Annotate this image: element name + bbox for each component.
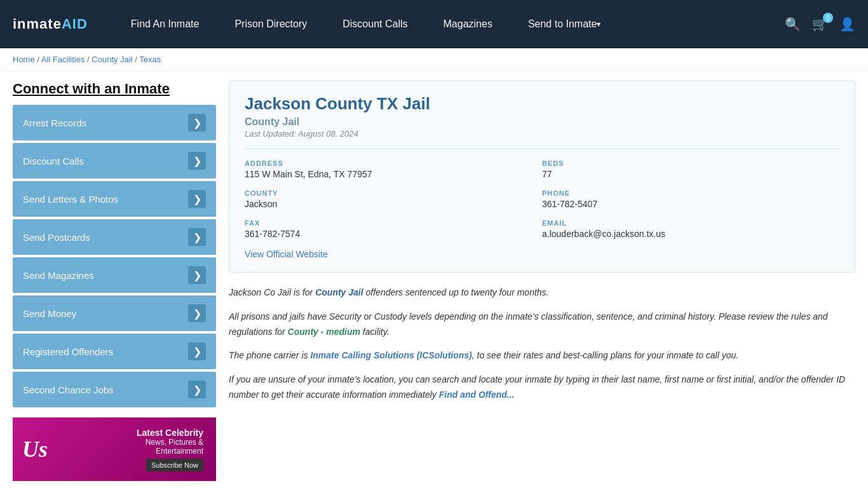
breadcrumb-home[interactable]: Home xyxy=(13,55,35,64)
email-block: EMAIL a.louderback@co.jackson.tx.us xyxy=(542,219,839,239)
logo[interactable]: inmateAID xyxy=(13,16,88,32)
sidebar: Connect with an Inmate Arrest Records ❯ … xyxy=(13,81,216,481)
phone-block: PHONE 361-782-5407 xyxy=(542,189,839,209)
arrow-icon: ❯ xyxy=(188,152,206,170)
sidebar-item-second-chance-jobs[interactable]: Second Chance Jobs ❯ xyxy=(13,372,216,407)
facility-card: Jackson County TX Jail County Jail Last … xyxy=(229,81,855,273)
arrow-icon: ❯ xyxy=(188,342,206,360)
phone-value: 361-782-5407 xyxy=(542,199,839,209)
sidebar-item-arrest-records[interactable]: Arrest Records ❯ xyxy=(13,105,216,140)
facility-updated: Last Updated: August 08, 2024 xyxy=(245,129,839,139)
phone-label: PHONE xyxy=(542,189,839,197)
arrow-icon: ❯ xyxy=(188,114,206,132)
nav-send-to-inmate[interactable]: Send to Inmate xyxy=(510,0,619,48)
nav-links: Find An Inmate Prison Directory Discount… xyxy=(113,0,785,48)
sidebar-item-send-letters[interactable]: Send Letters & Photos ❯ xyxy=(13,181,216,217)
sidebar-ad[interactable]: Us Latest Celebrity News, Pictures & Ent… xyxy=(13,417,216,481)
fax-label: FAX xyxy=(245,219,542,227)
ad-us-logo: Us xyxy=(22,436,48,463)
arrow-icon: ❯ xyxy=(188,228,206,246)
content-area: Jackson County TX Jail County Jail Last … xyxy=(229,81,855,481)
arrow-icon: ❯ xyxy=(188,266,206,284)
facility-name: Jackson County TX Jail xyxy=(245,94,839,114)
facility-details: ADDRESS 115 W Main St, Edna, TX 77957 BE… xyxy=(245,149,839,239)
email-value: a.louderback@co.jackson.tx.us xyxy=(542,229,839,239)
navbar: inmateAID Find An Inmate Prison Director… xyxy=(0,0,868,48)
sidebar-title: Connect with an Inmate xyxy=(13,81,216,97)
nav-discount-calls[interactable]: Discount Calls xyxy=(325,0,425,48)
address-block: ADDRESS 115 W Main St, Edna, TX 77957 xyxy=(245,159,542,179)
breadcrumb-county-jail[interactable]: County Jail xyxy=(92,55,132,64)
nav-prison-directory[interactable]: Prison Directory xyxy=(217,0,325,48)
cart-icon[interactable]: 🛒 0 xyxy=(812,17,828,32)
county-block: COUNTY Jackson xyxy=(245,189,542,209)
fax-value: 361-782-7574 xyxy=(245,229,542,239)
county-label: COUNTY xyxy=(245,189,542,197)
nav-find-inmate[interactable]: Find An Inmate xyxy=(113,0,217,48)
beds-label: BEDS xyxy=(542,159,839,167)
icsolutions-link[interactable]: Inmate Calling Solutions (ICSolutions) xyxy=(310,350,471,360)
user-icon[interactable]: 👤 xyxy=(839,17,855,32)
desc-para1: Jackson Co Jail is for County Jail offen… xyxy=(229,285,855,301)
nav-magazines[interactable]: Magazines xyxy=(426,0,510,48)
desc-para4: If you are unsure of your inmate’s locat… xyxy=(229,372,855,403)
logo-text: inmateAID xyxy=(13,16,88,32)
sidebar-item-registered-offenders[interactable]: Registered Offenders ❯ xyxy=(13,334,216,369)
arrow-icon: ❯ xyxy=(188,304,206,322)
find-offender-link[interactable]: Find and Offend... xyxy=(439,390,515,400)
cart-badge: 0 xyxy=(823,13,833,23)
beds-block: BEDS 77 xyxy=(542,159,839,179)
sidebar-item-send-postcards[interactable]: Send Postcards ❯ xyxy=(13,219,216,255)
arrow-icon: ❯ xyxy=(188,381,206,398)
view-website-link[interactable]: View Official Website xyxy=(245,249,328,259)
email-label: EMAIL xyxy=(542,219,839,227)
address-label: ADDRESS xyxy=(245,159,542,167)
sidebar-item-send-money[interactable]: Send Money ❯ xyxy=(13,295,216,331)
beds-value: 77 xyxy=(542,169,839,179)
desc-para3: The phone carrier is Inmate Calling Solu… xyxy=(229,348,855,363)
sidebar-menu: Arrest Records ❯ Discount Calls ❯ Send L… xyxy=(13,105,216,407)
main-layout: Connect with an Inmate Arrest Records ❯ … xyxy=(0,71,868,488)
nav-icons: 🔍 🛒 0 👤 xyxy=(785,17,855,32)
breadcrumb: Home / All Facilities / County Jail / Te… xyxy=(0,48,868,71)
sidebar-item-send-magazines[interactable]: Send Magazines ❯ xyxy=(13,257,216,293)
breadcrumb-texas[interactable]: Texas xyxy=(139,55,161,64)
facility-type: County Jail xyxy=(245,116,839,128)
desc-para2: All prisons and jails have Security or C… xyxy=(229,309,855,340)
breadcrumb-all-facilities[interactable]: All Facilities xyxy=(41,55,85,64)
arrow-icon: ❯ xyxy=(188,190,206,208)
county-value: Jackson xyxy=(245,199,542,209)
facility-description: Jackson Co Jail is for County Jail offen… xyxy=(229,285,855,403)
search-icon[interactable]: 🔍 xyxy=(785,17,801,32)
ad-content: Latest Celebrity News, Pictures & Entert… xyxy=(130,421,210,478)
address-value: 115 W Main St, Edna, TX 77957 xyxy=(245,169,542,179)
fax-block: FAX 361-782-7574 xyxy=(245,219,542,239)
sidebar-item-discount-calls[interactable]: Discount Calls ❯ xyxy=(13,143,216,179)
